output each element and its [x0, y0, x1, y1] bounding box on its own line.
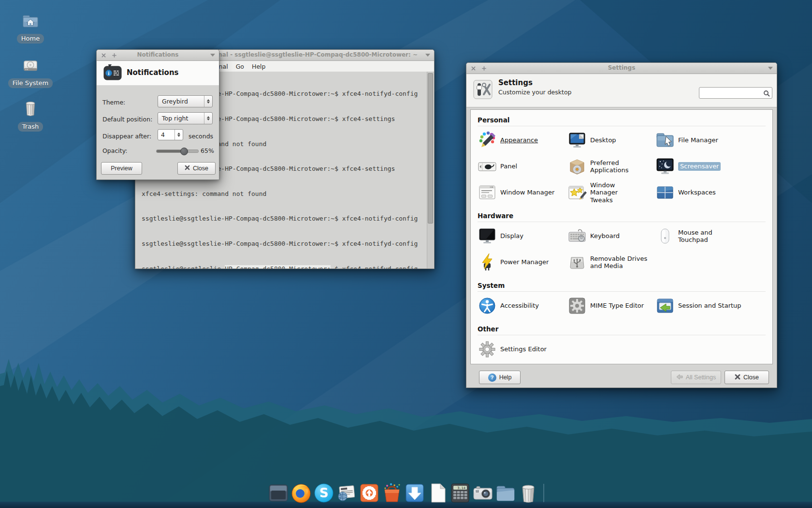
terminal-scrollbar[interactable] [427, 72, 434, 269]
section-header: Other [478, 324, 766, 335]
section-hardware: Hardware Display [478, 210, 766, 275]
settings-item-label: Mouse and Touchpad [678, 229, 714, 244]
menu-help[interactable]: Help [248, 62, 270, 71]
dock-news-reader-icon[interactable] [336, 482, 357, 504]
settings-titlebar[interactable]: Settings [466, 63, 777, 74]
preview-button[interactable]: Preview [101, 162, 142, 175]
settings-footer: ? Help All Settings Close [466, 367, 777, 388]
desktop-settings-icon [567, 131, 587, 150]
disappear-after-spinbox[interactable]: 4 [158, 129, 183, 140]
close-x-icon [735, 374, 740, 381]
settings-item-label: Removable Drives and Media [590, 255, 648, 270]
all-settings-button[interactable]: All Settings [671, 371, 721, 384]
mouse-icon [655, 226, 675, 246]
settings-editor-icon [478, 340, 497, 359]
settings-item-mime-type-editor[interactable]: MIME Type Editor [567, 293, 655, 319]
shade-icon[interactable] [210, 54, 215, 57]
settings-item-label: Workspaces [678, 189, 716, 196]
settings-item-display[interactable]: Display [478, 223, 567, 249]
settings-item-power-manager[interactable]: Power Manager [478, 249, 567, 275]
default-position-label: Default position: [102, 116, 152, 123]
settings-item-label: Power Manager [500, 258, 549, 266]
settings-item-keyboard[interactable]: Keyboard [567, 223, 655, 249]
notifications-window-title: Notifications [97, 51, 219, 58]
settings-item-label: Display [500, 232, 523, 239]
spinbox-arrows-icon[interactable] [174, 130, 183, 140]
notifications-titlebar[interactable]: Notifications [97, 50, 219, 61]
desktop-icon-filesystem[interactable]: File System [4, 58, 57, 88]
opacity-value: 65% [201, 147, 214, 154]
dock-calculator-icon[interactable]: 3.14 [450, 482, 471, 504]
slider-handle[interactable] [180, 148, 188, 155]
shade-icon[interactable] [425, 54, 430, 57]
theme-combobox[interactable]: Greybird [158, 95, 213, 107]
settings-window: Settings Settings Customize your desktop… [466, 62, 777, 388]
back-arrow-icon [676, 374, 683, 381]
settings-item-window-manager[interactable]: Window Manager [478, 179, 567, 206]
close-button[interactable]: Close [177, 162, 216, 175]
shade-icon[interactable] [768, 67, 773, 70]
panel-icon [478, 157, 497, 176]
section-header: System [478, 280, 766, 292]
section-header: Hardware [478, 210, 766, 222]
settings-item-label: Panel [500, 163, 517, 170]
help-button[interactable]: ? Help [479, 371, 521, 384]
opacity-label: Opacity: [102, 147, 127, 154]
settings-item-file-manager[interactable]: File Manager [655, 127, 766, 153]
dock-file-manager-icon[interactable] [495, 482, 516, 504]
dock-firefox-icon[interactable] [290, 482, 312, 504]
section-header: Personal [478, 115, 766, 126]
dock-software-updater-icon[interactable] [359, 482, 380, 504]
dock-software-center-icon[interactable] [381, 482, 403, 504]
settings-item-appearance[interactable]: Appearance [478, 127, 567, 153]
screensaver-icon [655, 157, 675, 176]
menu-go[interactable]: Go [232, 62, 248, 71]
mime-type-editor-icon [567, 296, 587, 315]
settings-item-removable-drives[interactable]: Removable Drives and Media [567, 249, 655, 275]
section-system: System Accessibility [478, 280, 766, 319]
close-button[interactable]: Close [725, 371, 769, 384]
settings-item-preferred-applications[interactable]: Preferred Applications [567, 153, 655, 179]
session-startup-icon [655, 296, 675, 315]
settings-manager-icon [473, 80, 493, 101]
dock-separator [543, 484, 544, 502]
svg-text:3.14: 3.14 [457, 486, 465, 490]
dock-downloader-icon[interactable] [404, 482, 425, 504]
workspaces-icon [655, 183, 675, 202]
dialog-title: Notifications [127, 68, 179, 77]
notification-bubble-icon [102, 63, 123, 85]
settings-item-label: Accessibility [500, 302, 539, 309]
settings-item-accessibility[interactable]: Accessibility [478, 293, 567, 319]
settings-item-label: Keyboard [590, 232, 620, 239]
scrollbar-thumb[interactable] [428, 73, 433, 224]
settings-item-panel[interactable]: Panel [478, 153, 567, 179]
settings-item-session-startup[interactable]: Session and Startup [655, 293, 766, 319]
settings-page-title: Settings [498, 78, 533, 87]
svg-text:S: S [319, 486, 329, 500]
dock-camera-icon[interactable] [472, 482, 493, 504]
settings-item-screensaver[interactable]: Screensaver [655, 153, 766, 179]
dock-trash-icon[interactable] [518, 482, 539, 504]
desktop-icon-label: File System [8, 78, 53, 88]
settings-item-label: Settings Editor [500, 345, 547, 353]
position-value: Top right [162, 115, 188, 122]
settings-item-workspaces[interactable]: Workspaces [655, 179, 766, 206]
keyboard-icon [567, 226, 587, 246]
dock-skype-icon[interactable]: S [313, 482, 334, 504]
display-icon [478, 226, 497, 246]
search-input[interactable] [699, 87, 772, 99]
desktop-icon-trash[interactable]: Trash [4, 100, 57, 132]
settings-item-window-manager-tweaks[interactable]: Window Manager Tweaks [567, 179, 655, 206]
settings-item-label: Window Manager [500, 189, 554, 196]
dock-terminal-icon[interactable] [268, 482, 289, 504]
settings-item-settings-editor[interactable]: Settings Editor [478, 336, 567, 362]
settings-item-mouse-touchpad[interactable]: Mouse and Touchpad [655, 223, 766, 249]
settings-item-label: File Manager [678, 136, 718, 144]
default-position-combobox[interactable]: Top right [158, 112, 213, 124]
desktop-icon-home[interactable]: Home [4, 14, 57, 44]
close-x-icon [185, 165, 190, 172]
dock-libreoffice-icon[interactable] [427, 482, 448, 504]
opacity-slider[interactable] [156, 149, 199, 153]
trash-icon [23, 100, 38, 119]
settings-item-desktop[interactable]: Desktop [567, 127, 655, 153]
